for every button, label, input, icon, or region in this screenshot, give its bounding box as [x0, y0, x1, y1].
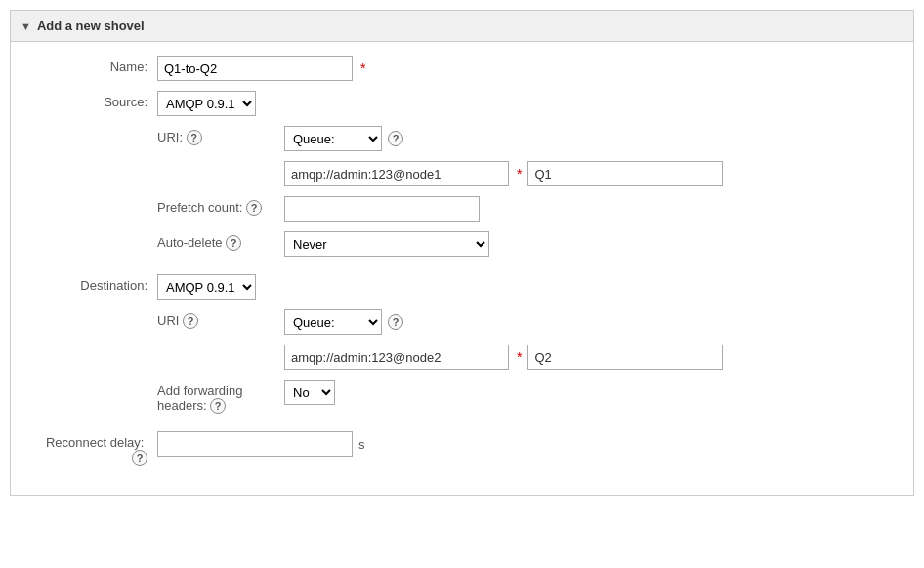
source-content: AMQP 0.9.1 AMQP 1.0 — [157, 91, 894, 116]
name-content: * — [157, 56, 894, 81]
reconnect-content: s — [157, 431, 894, 457]
prefetch-content — [284, 196, 894, 222]
auto-delete-help-icon[interactable]: ? — [226, 235, 241, 251]
reconnect-row: Reconnect delay: ? s — [30, 431, 894, 466]
source-queue-type-select[interactable]: Queue: Exchange: — [284, 126, 382, 151]
source-uri-required-star: * — [517, 166, 522, 182]
source-protocol-select[interactable]: AMQP 0.9.1 AMQP 1.0 — [157, 91, 256, 116]
prefetch-row: Prefetch count: ? — [30, 196, 894, 222]
destination-content: AMQP 0.9.1 AMQP 1.0 — [157, 274, 894, 300]
panel-header: ▼ Add a new shovel — [11, 11, 913, 42]
dest-uri-input[interactable] — [284, 345, 509, 370]
auto-delete-row: Auto-delete ? Never After initial length… — [30, 231, 894, 257]
source-uri-row: URI: ? Queue: Exchange: ? — [30, 126, 894, 151]
source-uri-value-row: * — [30, 161, 894, 186]
dest-uri-required-star: * — [517, 349, 522, 365]
dest-uri-content: Queue: Exchange: ? — [284, 309, 894, 335]
fwd-headers-help-icon[interactable]: ? — [210, 398, 226, 414]
add-shovel-panel: ▼ Add a new shovel Name: * Source: AMQP … — [10, 10, 914, 496]
dest-uri-row: URI ? Queue: Exchange: ? — [30, 309, 894, 335]
fwd-headers-content: No Yes — [284, 380, 894, 405]
reconnect-help-icon[interactable]: ? — [132, 450, 147, 466]
reconnect-label: Reconnect delay: ? — [30, 431, 157, 466]
dest-uri-value-content: * — [284, 345, 894, 370]
auto-delete-label: Auto-delete ? — [157, 231, 284, 251]
reconnect-unit: s — [358, 437, 365, 452]
source-queue-help-icon[interactable]: ? — [388, 131, 403, 146]
source-uri-input[interactable] — [284, 161, 509, 186]
name-label: Name: — [30, 56, 157, 74]
auto-delete-content: Never After initial length transferred A… — [284, 231, 894, 257]
source-row: Source: AMQP 0.9.1 AMQP 1.0 — [30, 91, 894, 116]
fwd-headers-row: Add forwarding headers: ? No Yes — [30, 380, 894, 414]
panel-body: Name: * Source: AMQP 0.9.1 AMQP 1.0 URI:… — [11, 42, 913, 495]
dest-protocol-select[interactable]: AMQP 0.9.1 AMQP 1.0 — [157, 274, 256, 300]
dest-uri-value-label — [157, 345, 284, 348]
dest-uri-value-row: * — [30, 345, 894, 370]
source-queue-input[interactable] — [527, 161, 723, 186]
prefetch-help-icon[interactable]: ? — [246, 200, 262, 216]
destination-label: Destination: — [30, 274, 157, 293]
prefetch-label: Prefetch count: ? — [157, 196, 284, 216]
name-required-star: * — [360, 61, 365, 76]
source-uri-help-icon[interactable]: ? — [187, 130, 202, 145]
source-label: Source: — [30, 91, 157, 109]
dest-uri-label: URI ? — [157, 309, 284, 329]
dest-uri-help-icon[interactable]: ? — [183, 313, 198, 329]
reconnect-input[interactable] — [157, 431, 353, 457]
dest-queue-type-select[interactable]: Queue: Exchange: — [284, 309, 382, 335]
source-uri-content: Queue: Exchange: ? — [284, 126, 894, 151]
prefetch-input[interactable] — [284, 196, 480, 222]
fwd-headers-label: Add forwarding headers: ? — [157, 380, 284, 414]
destination-row: Destination: AMQP 0.9.1 AMQP 1.0 — [30, 274, 894, 300]
panel-title: Add a new shovel — [37, 19, 145, 33]
name-input[interactable] — [157, 56, 353, 81]
source-uri-label: URI: ? — [157, 126, 284, 145]
fwd-headers-select[interactable]: No Yes — [284, 380, 335, 405]
source-uri-value-content: * — [284, 161, 894, 186]
dest-queue-input[interactable] — [527, 345, 723, 370]
auto-delete-select[interactable]: Never After initial length transferred A… — [284, 231, 489, 257]
source-uri-value-label — [157, 161, 284, 165]
dest-queue-help-icon[interactable]: ? — [388, 314, 403, 330]
name-row: Name: * — [30, 56, 894, 81]
collapse-chevron[interactable]: ▼ — [21, 20, 31, 32]
